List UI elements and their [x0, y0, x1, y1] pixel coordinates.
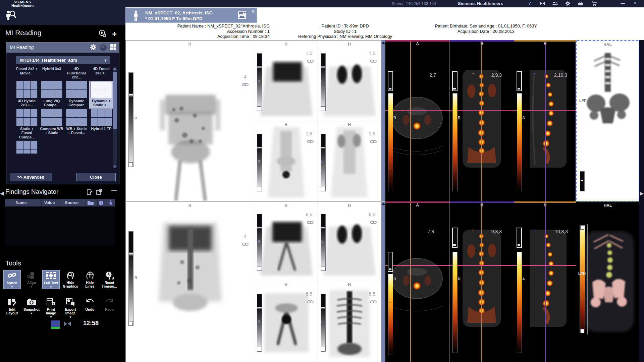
crosshair-vertical[interactable]	[410, 40, 411, 201]
tool-edit-layout[interactable]: Edit Layout	[3, 297, 21, 319]
layout-item[interactable]: Hybrid 3x3	[39, 66, 64, 81]
layout-settings-gear-icon[interactable]	[90, 44, 97, 53]
users-icon[interactable]	[551, 1, 559, 7]
crosshair-horizontal[interactable]	[450, 265, 514, 266]
nm-static-panel-t1[interactable]: H 1,5 R	[254, 40, 318, 121]
layout-item[interactable]: Dynamic Compare	[64, 81, 89, 109]
patient-tab[interactable]: NM_xSPECT_02, Arthrosis, ISG * 01.01.195…	[125, 8, 257, 23]
grayscale-colorbar[interactable]	[580, 171, 585, 191]
findings-col-name[interactable]: Name	[13, 199, 42, 206]
crosshair-horizontal[interactable]	[385, 265, 449, 266]
layout-item[interactable]: Hybrid 1 TP	[89, 109, 114, 141]
hot-colorbar[interactable]	[388, 274, 393, 355]
tool-reset-timepoint[interactable]: Reset Timepo...	[101, 270, 118, 289]
crosshair-vertical[interactable]	[410, 201, 411, 362]
advanced-button[interactable]: >> Advanced	[10, 173, 52, 181]
tool-undo[interactable]: Undo	[81, 297, 99, 319]
nm-wholebody-anterior-image[interactable]	[126, 41, 254, 201]
scroll-down-icon[interactable]	[113, 166, 116, 168]
layout-item[interactable]: 4D Hybrid 2x3 +...	[14, 81, 39, 109]
window-level-slider[interactable]	[388, 252, 393, 272]
add-step-icon[interactable]: +	[112, 29, 117, 39]
collapse-right-arrow-icon[interactable]: ▶	[640, 190, 644, 196]
layout-item-selected[interactable]: Dynamic + Static +...	[89, 81, 114, 109]
crosshair-vertical[interactable]	[545, 40, 546, 201]
fused-axial-panel-top[interactable]: A ← ← 2,7 R	[385, 40, 449, 201]
window-level-slider[interactable]	[517, 228, 522, 248]
layout-item[interactable]: Lung V/Q Compa...	[39, 81, 64, 109]
findings-col-person[interactable]	[106, 199, 115, 206]
hot-colorbar[interactable]	[580, 225, 585, 333]
crosshair-horizontal[interactable]	[385, 110, 449, 111]
tool-snapshot[interactable]: Snapshot ▼	[23, 297, 40, 319]
layout-item[interactable]: Fused 2x2 + Movie...	[14, 66, 39, 81]
layout-preset-dropdown[interactable]: MTDF144_Healthineer_adm ▼	[16, 56, 110, 64]
nm-wholebody-posterior-panel[interactable]: H 4 R	[125, 201, 254, 362]
layout-thumbnail[interactable]	[91, 109, 112, 126]
vrt-panel-top-selected[interactable]: HAL LPF	[576, 40, 639, 201]
workflow-step-icon[interactable]	[99, 32, 106, 38]
vrt-panel-bottom[interactable]: HAL LPH	[576, 201, 639, 362]
crosshair-horizontal[interactable]	[514, 110, 576, 111]
layout-thumbnail[interactable]	[16, 81, 38, 98]
fused-sagittal-panel-bottom[interactable]: H → 10,8,3 A	[514, 201, 576, 362]
scroll-up-icon[interactable]	[382, 42, 385, 44]
collapse-left-arrow-icon[interactable]: ◀	[0, 190, 4, 196]
hot-colorbar[interactable]	[388, 93, 393, 191]
layout-item[interactable]: WB + Static + Fused...	[64, 109, 89, 141]
tool-synch[interactable]: Synch ▼	[3, 270, 21, 289]
hot-colorbar[interactable]	[452, 252, 458, 353]
fused-axial-image[interactable]	[385, 201, 449, 362]
vrt-3d-image[interactable]	[576, 202, 639, 362]
crosshair-vertical[interactable]	[545, 201, 546, 362]
findings-col-folder[interactable]	[86, 199, 98, 206]
help-icon[interactable]: ?	[526, 1, 533, 7]
nm-static-panel-t4[interactable]: H 1,5 L	[318, 121, 381, 201]
nm-static-panel-b3[interactable]: H 6,5 R	[254, 281, 318, 362]
tool-hide-lines[interactable]: Hide Lines	[81, 270, 99, 289]
layout-thumbnail[interactable]	[66, 81, 87, 98]
scroll-up-icon[interactable]	[113, 67, 116, 70]
window-level-slider[interactable]	[452, 71, 458, 91]
layout-item[interactable]: 4D Functional 2x2...	[64, 66, 89, 81]
layout-scrollbar[interactable]	[113, 67, 117, 168]
findings-col-source[interactable]: Source	[62, 199, 86, 206]
layout-thumbnail[interactable]	[66, 109, 87, 126]
grid-view-icon[interactable]	[110, 44, 116, 53]
hot-colorbar[interactable]	[517, 93, 522, 191]
cart-icon[interactable]	[590, 1, 598, 7]
crosshair-horizontal[interactable]	[450, 110, 514, 111]
tool-full-text[interactable]: Full Text ▼	[42, 270, 60, 289]
tool-align[interactable]: Align ▼	[23, 270, 40, 289]
layout-thumbnail[interactable]	[41, 109, 62, 126]
layout-item[interactable]: Static + Fused Compa...	[14, 109, 39, 141]
findings-col-time[interactable]	[98, 199, 106, 206]
findings-minimize-icon[interactable]: —	[111, 188, 117, 194]
grayscale-colorbar[interactable]	[128, 231, 133, 326]
window-level-slider[interactable]	[388, 71, 393, 91]
crosshair-vertical[interactable]	[481, 201, 482, 362]
crosshair-horizontal[interactable]	[514, 265, 576, 266]
report-layout-icon[interactable]	[238, 11, 247, 20]
vrt-bone-image[interactable]	[577, 41, 639, 201]
scroll-up-icon[interactable]	[382, 202, 385, 205]
layout-thumbnail[interactable]	[16, 140, 38, 154]
findings-col-value[interactable]: Value	[42, 199, 62, 206]
fused-sagittal-panel-top[interactable]: H → 2,10,3 A	[514, 40, 576, 201]
nm-wholebody-posterior-image[interactable]	[126, 202, 254, 362]
fused-axial-image[interactable]	[385, 40, 449, 201]
window-level-slider[interactable]	[452, 228, 458, 248]
nm-static-panel-b2[interactable]: H 6,5 L	[318, 201, 381, 281]
gear-icon[interactable]	[564, 1, 572, 7]
tool-print-image[interactable]: Print Image ▼	[42, 297, 60, 319]
layout-thumbnail[interactable]	[16, 109, 38, 126]
nm-static-panel-b1[interactable]: H 6,5 R	[254, 201, 318, 281]
fused-coronal-panel-bottom[interactable]: H ← 9,8,3 R	[449, 201, 514, 362]
findings-table-body[interactable]	[5, 206, 115, 246]
briefcase-icon[interactable]	[577, 1, 584, 7]
patient-search-icon[interactable]	[5, 9, 16, 22]
fused-axial-panel-bottom[interactable]: A ← ← 7,8 R	[385, 201, 449, 362]
layout-thumbnail[interactable]	[41, 81, 62, 98]
hot-colorbar[interactable]	[517, 252, 522, 353]
tool-hide-graphics[interactable]: Hide Graphics	[62, 270, 79, 289]
